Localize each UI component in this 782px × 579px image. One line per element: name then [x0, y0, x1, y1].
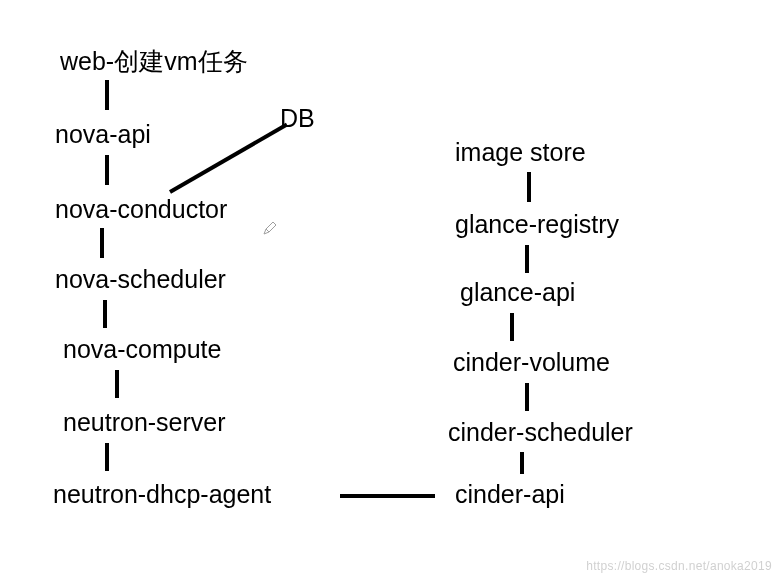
node-image-store: image store [455, 138, 586, 167]
edge-conductor-to-scheduler [100, 228, 104, 258]
node-web-create-vm: web-创建vm任务 [60, 45, 248, 78]
node-nova-conductor: nova-conductor [55, 195, 227, 224]
edge-scheduler-to-compute [103, 300, 107, 328]
edge-cinder-volume-to-scheduler [525, 383, 529, 411]
edge-compute-to-neutron-server [115, 370, 119, 398]
edge-cinder-scheduler-to-api [520, 452, 524, 474]
node-nova-compute: nova-compute [63, 335, 221, 364]
node-nova-api: nova-api [55, 120, 151, 149]
pencil-icon [262, 220, 278, 236]
node-nova-scheduler: nova-scheduler [55, 265, 226, 294]
watermark-text: https://blogs.csdn.net/anoka2019 [586, 559, 772, 573]
edge-glance-registry-to-glance-api [525, 245, 529, 273]
node-cinder-api: cinder-api [455, 480, 565, 509]
node-neutron-server: neutron-server [63, 408, 226, 437]
edge-nova-api-to-conductor [105, 155, 109, 185]
node-cinder-volume: cinder-volume [453, 348, 610, 377]
node-db: DB [280, 104, 315, 133]
edge-neutron-dhcp-to-cinder-api [340, 494, 435, 498]
edge-neutron-server-to-dhcp [105, 443, 109, 471]
node-cinder-scheduler: cinder-scheduler [448, 418, 633, 447]
edge-conductor-to-db [169, 123, 288, 194]
node-glance-api: glance-api [460, 278, 575, 307]
edge-glance-api-to-cinder-volume [510, 313, 514, 341]
edge-web-to-nova-api [105, 80, 109, 110]
edge-image-store-to-glance-registry [527, 172, 531, 202]
node-neutron-dhcp-agent: neutron-dhcp-agent [53, 480, 271, 509]
node-glance-registry: glance-registry [455, 210, 619, 239]
